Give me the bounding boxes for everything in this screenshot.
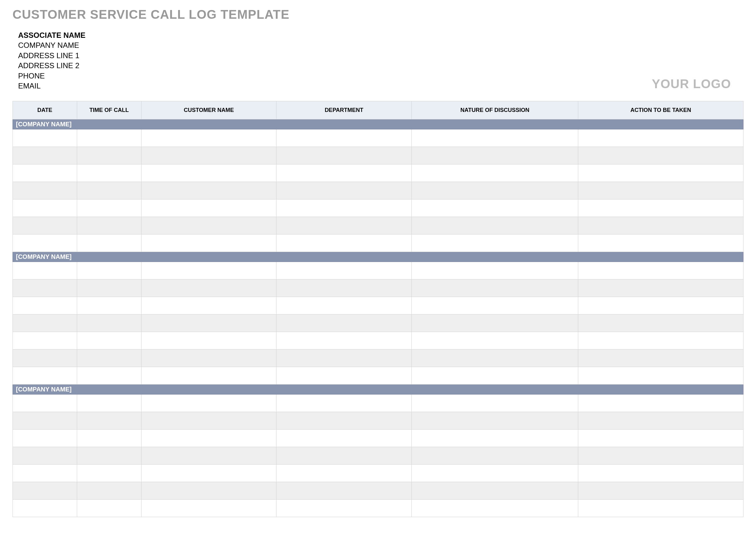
table-cell[interactable] (578, 164, 744, 182)
table-cell[interactable] (412, 164, 578, 182)
table-cell[interactable] (412, 129, 578, 147)
table-cell[interactable] (412, 367, 578, 385)
table-cell[interactable] (578, 395, 744, 412)
table-cell[interactable] (412, 262, 578, 280)
table-row[interactable] (13, 280, 744, 297)
table-row[interactable] (13, 367, 744, 385)
table-cell[interactable] (13, 280, 77, 297)
table-row[interactable] (13, 199, 744, 217)
table-cell[interactable] (276, 234, 412, 252)
table-cell[interactable] (578, 234, 744, 252)
table-cell[interactable] (578, 412, 744, 430)
table-cell[interactable] (141, 395, 276, 412)
table-cell[interactable] (141, 350, 276, 367)
table-cell[interactable] (412, 280, 578, 297)
table-cell[interactable] (578, 482, 744, 500)
table-row[interactable] (13, 234, 744, 252)
table-cell[interactable] (276, 465, 412, 482)
table-cell[interactable] (412, 412, 578, 430)
table-cell[interactable] (77, 199, 141, 217)
table-cell[interactable] (13, 500, 77, 517)
table-cell[interactable] (13, 447, 77, 465)
table-cell[interactable] (141, 447, 276, 465)
table-cell[interactable] (141, 465, 276, 482)
table-cell[interactable] (578, 447, 744, 465)
table-cell[interactable] (77, 262, 141, 280)
table-row[interactable] (13, 217, 744, 234)
table-row[interactable] (13, 447, 744, 465)
table-cell[interactable] (13, 234, 77, 252)
table-cell[interactable] (141, 297, 276, 315)
table-cell[interactable] (13, 350, 77, 367)
table-cell[interactable] (13, 367, 77, 385)
table-cell[interactable] (578, 182, 744, 199)
table-cell[interactable] (276, 262, 412, 280)
table-cell[interactable] (77, 430, 141, 447)
table-cell[interactable] (141, 280, 276, 297)
table-row[interactable] (13, 332, 744, 350)
table-cell[interactable] (77, 280, 141, 297)
table-cell[interactable] (141, 199, 276, 217)
table-cell[interactable] (77, 234, 141, 252)
table-cell[interactable] (578, 147, 744, 164)
table-cell[interactable] (141, 367, 276, 385)
table-cell[interactable] (578, 129, 744, 147)
table-cell[interactable] (412, 465, 578, 482)
table-cell[interactable] (276, 350, 412, 367)
table-row[interactable] (13, 430, 744, 447)
table-cell[interactable] (141, 482, 276, 500)
table-cell[interactable] (412, 430, 578, 447)
table-cell[interactable] (141, 262, 276, 280)
table-cell[interactable] (13, 332, 77, 350)
table-cell[interactable] (141, 430, 276, 447)
table-row[interactable] (13, 465, 744, 482)
table-cell[interactable] (578, 217, 744, 234)
table-cell[interactable] (141, 164, 276, 182)
table-row[interactable] (13, 315, 744, 332)
table-cell[interactable] (578, 465, 744, 482)
table-cell[interactable] (412, 447, 578, 465)
table-cell[interactable] (141, 217, 276, 234)
table-cell[interactable] (412, 182, 578, 199)
table-cell[interactable] (276, 280, 412, 297)
table-cell[interactable] (412, 395, 578, 412)
table-cell[interactable] (578, 262, 744, 280)
table-cell[interactable] (276, 412, 412, 430)
table-row[interactable] (13, 147, 744, 164)
table-cell[interactable] (77, 465, 141, 482)
table-cell[interactable] (77, 164, 141, 182)
table-cell[interactable] (141, 500, 276, 517)
table-row[interactable] (13, 412, 744, 430)
table-row[interactable] (13, 395, 744, 412)
table-cell[interactable] (13, 297, 77, 315)
table-cell[interactable] (141, 315, 276, 332)
table-cell[interactable] (412, 147, 578, 164)
table-cell[interactable] (77, 412, 141, 430)
table-cell[interactable] (578, 280, 744, 297)
table-cell[interactable] (276, 164, 412, 182)
table-cell[interactable] (578, 332, 744, 350)
table-cell[interactable] (13, 164, 77, 182)
table-cell[interactable] (13, 412, 77, 430)
table-cell[interactable] (276, 199, 412, 217)
table-cell[interactable] (412, 297, 578, 315)
table-cell[interactable] (13, 199, 77, 217)
table-cell[interactable] (578, 350, 744, 367)
table-cell[interactable] (412, 500, 578, 517)
table-cell[interactable] (578, 430, 744, 447)
table-cell[interactable] (141, 412, 276, 430)
table-cell[interactable] (77, 332, 141, 350)
table-cell[interactable] (276, 217, 412, 234)
table-cell[interactable] (141, 147, 276, 164)
table-cell[interactable] (412, 217, 578, 234)
table-row[interactable] (13, 262, 744, 280)
table-cell[interactable] (578, 297, 744, 315)
table-cell[interactable] (77, 217, 141, 234)
table-cell[interactable] (276, 430, 412, 447)
table-row[interactable] (13, 297, 744, 315)
table-cell[interactable] (276, 500, 412, 517)
table-cell[interactable] (77, 129, 141, 147)
table-cell[interactable] (276, 447, 412, 465)
table-cell[interactable] (276, 129, 412, 147)
table-cell[interactable] (276, 182, 412, 199)
